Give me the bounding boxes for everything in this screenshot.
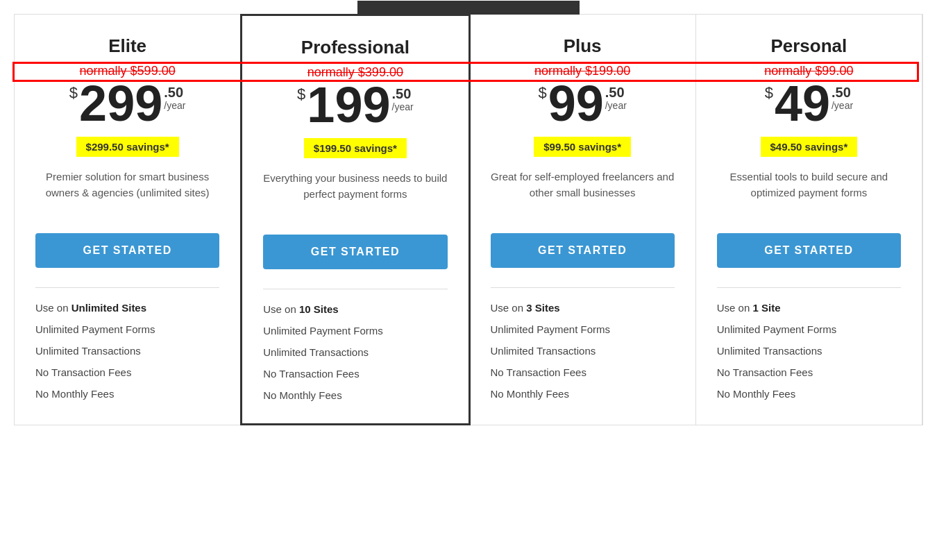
feature-bold-plus-0: 3 Sites [526, 302, 559, 314]
price-right-professional: .50/year [392, 87, 414, 112]
plan-description-plus: Great for self-employed freelancers and … [491, 169, 675, 218]
price-period-plus: /year [605, 101, 627, 110]
feature-list-professional: Use on 10 SitesUnlimited Payment FormsUn… [263, 302, 447, 402]
price-display-elite: $299.50/year [35, 78, 219, 128]
feature-list-plus: Use on 3 SitesUnlimited Payment FormsUnl… [491, 300, 675, 401]
feature-item-elite-0: Use on Unlimited Sites [35, 300, 219, 315]
divider-personal [717, 287, 901, 288]
savings-badge-professional: $199.50 savings* [304, 138, 407, 158]
feature-item-personal-1: Unlimited Payment Forms [717, 322, 901, 337]
feature-bold-professional-0: 10 Sites [299, 303, 339, 315]
price-period-personal: /year [832, 101, 853, 110]
get-started-btn-personal[interactable]: GET STARTED [717, 233, 901, 268]
get-started-btn-plus[interactable]: GET STARTED [491, 233, 675, 268]
savings-badge-personal: $49.50 savings* [761, 137, 858, 157]
best-deal-banner [357, 1, 580, 15]
price-cents-elite: .50 [164, 85, 185, 99]
feature-item-personal-4: No Monthly Fees [717, 387, 901, 401]
price-main-plus: 99 [548, 78, 604, 128]
plan-name-personal: Personal [717, 35, 901, 57]
divider-elite [35, 287, 219, 288]
feature-item-personal-3: No Transaction Fees [717, 365, 901, 380]
feature-item-personal-0: Use on 1 Site [717, 300, 901, 315]
plans-container: Elitenormally $599.00$299.50/year$299.50… [14, 14, 923, 425]
plan-description-personal: Essential tools to build secure and opti… [717, 169, 901, 218]
price-main-personal: 49 [775, 78, 830, 128]
feature-item-plus-4: No Monthly Fees [491, 387, 675, 401]
divider-professional [263, 289, 447, 289]
plan-col-professional: Professionalnormally $399.00$199.50/year… [240, 14, 470, 425]
savings-wrapper-elite: $299.50 savings* [35, 137, 219, 169]
plan-name-plus: Plus [491, 35, 675, 57]
plan-col-personal: Personalnormally $99.00$49.50/year$49.50… [696, 15, 922, 425]
feature-item-professional-1: Unlimited Payment Forms [263, 323, 447, 338]
feature-item-elite-4: No Monthly Fees [35, 387, 219, 401]
plan-name-elite: Elite [35, 35, 219, 57]
feature-bold-elite-0: Unlimited Sites [71, 302, 146, 314]
price-display-personal: $49.50/year [717, 78, 901, 128]
savings-wrapper-plus: $99.50 savings* [491, 137, 675, 169]
price-period-elite: /year [164, 101, 185, 110]
savings-wrapper-personal: $49.50 savings* [717, 137, 901, 169]
price-right-elite: .50/year [164, 85, 185, 110]
feature-item-plus-2: Unlimited Transactions [491, 343, 675, 358]
feature-bold-personal-0: 1 Site [752, 302, 780, 314]
price-right-plus: .50/year [605, 85, 627, 110]
feature-item-plus-0: Use on 3 Sites [491, 300, 675, 315]
feature-list-personal: Use on 1 SiteUnlimited Payment FormsUnli… [717, 300, 901, 401]
feature-item-elite-3: No Transaction Fees [35, 365, 219, 380]
plan-description-professional: Everything your business needs to build … [263, 171, 447, 219]
feature-item-elite-1: Unlimited Payment Forms [35, 322, 219, 337]
feature-item-elite-2: Unlimited Transactions [35, 343, 219, 358]
feature-item-professional-3: No Transaction Fees [263, 366, 447, 381]
price-period-professional: /year [392, 102, 414, 112]
feature-item-plus-1: Unlimited Payment Forms [491, 322, 675, 337]
plan-name-professional: Professional [263, 37, 447, 58]
plan-col-plus: Plusnormally $199.00$99.50/year$99.50 sa… [470, 15, 696, 425]
feature-list-elite: Use on Unlimited SitesUnlimited Payment … [35, 300, 219, 401]
plan-description-elite: Premier solution for smart business owne… [35, 169, 219, 218]
feature-item-professional-2: Unlimited Transactions [263, 345, 447, 359]
price-cents-personal: .50 [832, 85, 853, 99]
savings-badge-plus: $99.50 savings* [534, 137, 631, 157]
dollar-sign-elite: $ [69, 85, 78, 101]
dollar-sign-professional: $ [297, 87, 305, 102]
pricing-wrapper: Elitenormally $599.00$299.50/year$299.50… [0, 0, 937, 425]
feature-item-professional-0: Use on 10 Sites [263, 302, 447, 316]
get-started-btn-elite[interactable]: GET STARTED [35, 233, 219, 268]
divider-plus [491, 287, 675, 288]
price-display-plus: $99.50/year [491, 78, 675, 128]
get-started-btn-professional[interactable]: GET STARTED [263, 235, 447, 269]
savings-wrapper-professional: $199.50 savings* [263, 138, 447, 171]
price-main-professional: 199 [307, 80, 390, 130]
feature-item-personal-2: Unlimited Transactions [717, 343, 901, 358]
price-right-personal: .50/year [832, 85, 853, 110]
plan-col-elite: Elitenormally $599.00$299.50/year$299.50… [15, 15, 241, 425]
price-cents-professional: .50 [392, 87, 414, 101]
price-cents-plus: .50 [605, 85, 627, 99]
price-main-elite: 299 [79, 78, 162, 128]
price-display-professional: $199.50/year [263, 80, 447, 130]
feature-item-plus-3: No Transaction Fees [491, 365, 675, 380]
savings-badge-elite: $299.50 savings* [76, 137, 179, 157]
feature-item-professional-4: No Monthly Fees [263, 388, 447, 402]
dollar-sign-personal: $ [765, 85, 773, 101]
dollar-sign-plus: $ [538, 85, 546, 101]
